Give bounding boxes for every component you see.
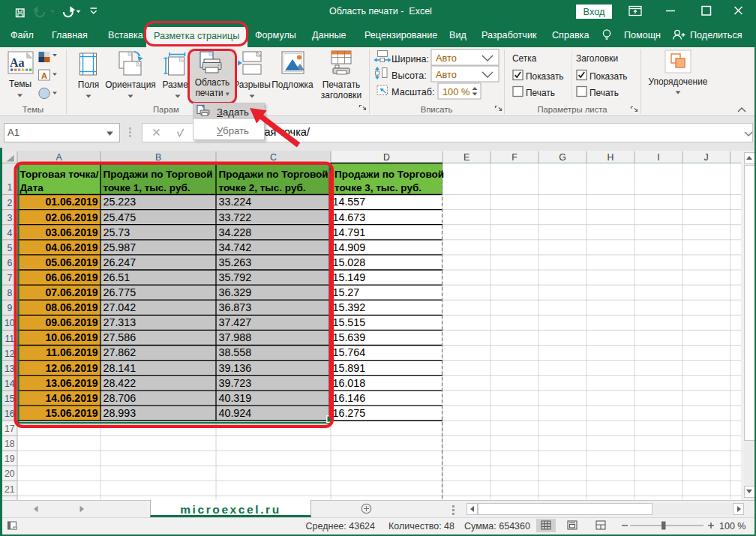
- svg-text:10: 10: [4, 318, 15, 328]
- svg-text:15: 15: [4, 394, 15, 404]
- svg-text:27.313: 27.313: [104, 316, 136, 328]
- svg-text:G: G: [559, 152, 566, 163]
- svg-text:E: E: [464, 152, 470, 163]
- svg-text:27.586: 27.586: [104, 331, 136, 343]
- svg-text:B: B: [155, 152, 161, 163]
- svg-text:J: J: [704, 152, 708, 163]
- svg-text:15.06.2019: 15.06.2019: [45, 407, 98, 419]
- svg-text:21: 21: [4, 484, 15, 495]
- svg-text:26.775: 26.775: [104, 286, 136, 298]
- svg-text:03.06.2019: 03.06.2019: [45, 226, 98, 238]
- svg-text:07.06.2019: 07.06.2019: [45, 286, 98, 298]
- svg-text:33.722: 33.722: [219, 211, 252, 223]
- svg-text:9: 9: [7, 303, 12, 313]
- svg-text:18: 18: [4, 439, 15, 449]
- svg-text:39.136: 39.136: [219, 362, 252, 374]
- svg-text:16: 16: [4, 409, 15, 419]
- svg-text:10.06.2019: 10.06.2019: [45, 331, 98, 343]
- svg-text:8: 8: [7, 288, 12, 298]
- svg-text:7: 7: [7, 273, 12, 283]
- svg-text:13.06.2019: 13.06.2019: [45, 377, 98, 389]
- svg-text:6: 6: [7, 258, 12, 268]
- svg-text:14: 14: [4, 379, 15, 389]
- svg-text:12.06.2019: 12.06.2019: [45, 362, 98, 374]
- svg-text:05.06.2019: 05.06.2019: [45, 256, 98, 268]
- svg-text:11: 11: [4, 334, 14, 344]
- svg-text:37.988: 37.988: [219, 331, 252, 343]
- svg-text:13: 13: [4, 364, 15, 374]
- svg-text:точке 3, тыс. руб.: точке 3, тыс. руб.: [334, 182, 422, 193]
- svg-text:25.223: 25.223: [104, 196, 136, 208]
- svg-text:27.862: 27.862: [104, 346, 136, 358]
- svg-text:06.06.2019: 06.06.2019: [45, 271, 98, 283]
- svg-text:28.706: 28.706: [104, 392, 136, 404]
- svg-text:08.06.2019: 08.06.2019: [45, 301, 98, 313]
- svg-text:14.06.2019: 14.06.2019: [45, 392, 98, 404]
- svg-text:17: 17: [4, 424, 15, 434]
- svg-text:F: F: [512, 152, 518, 163]
- svg-text:39.723: 39.723: [219, 377, 252, 389]
- svg-text:точке 2, тыс. руб.: точке 2, тыс. руб.: [219, 182, 306, 193]
- svg-text:12: 12: [4, 349, 15, 359]
- svg-text:16.018: 16.018: [333, 377, 366, 389]
- svg-text:04.06.2019: 04.06.2019: [45, 241, 98, 253]
- svg-text:A: A: [56, 152, 62, 163]
- svg-text:14.791: 14.791: [333, 226, 366, 238]
- svg-text:Дата: Дата: [20, 182, 44, 193]
- svg-text:25.475: 25.475: [104, 211, 136, 223]
- svg-text:15.149: 15.149: [333, 271, 366, 283]
- svg-text:Продажи по Торговой: Продажи по Торговой: [104, 169, 213, 180]
- svg-text:14.673: 14.673: [333, 211, 366, 223]
- svg-text:25.73: 25.73: [104, 226, 130, 238]
- svg-text:36.873: 36.873: [219, 301, 252, 313]
- svg-text:4: 4: [7, 228, 12, 238]
- svg-text:40.319: 40.319: [219, 392, 252, 404]
- svg-text:40.924: 40.924: [219, 407, 252, 419]
- svg-text:37.427: 37.427: [219, 316, 252, 328]
- svg-text:02.06.2019: 02.06.2019: [45, 211, 98, 223]
- svg-text:I: I: [657, 152, 659, 163]
- svg-text:36.329: 36.329: [219, 286, 252, 298]
- svg-text:19: 19: [4, 454, 15, 464]
- svg-text:15.392: 15.392: [333, 301, 366, 313]
- svg-text:3: 3: [7, 213, 12, 223]
- svg-text:Продажи по Торговой: Продажи по Торговой: [334, 169, 444, 180]
- svg-text:26.51: 26.51: [104, 271, 130, 283]
- svg-text:1: 1: [7, 182, 12, 193]
- svg-text:Торговая точка/: Торговая точка/: [20, 169, 99, 180]
- svg-text:точке 1, тыс. руб.: точке 1, тыс. руб.: [104, 182, 190, 193]
- svg-text:34.228: 34.228: [219, 226, 252, 238]
- svg-text:27.042: 27.042: [104, 301, 136, 313]
- svg-text:28.993: 28.993: [104, 407, 136, 419]
- svg-text:H: H: [608, 152, 614, 163]
- svg-text:2: 2: [7, 198, 12, 208]
- svg-text:14.557: 14.557: [333, 196, 366, 208]
- svg-text:15.891: 15.891: [333, 362, 366, 374]
- svg-text:01.06.2019: 01.06.2019: [45, 196, 98, 208]
- svg-text:28.141: 28.141: [104, 362, 136, 374]
- svg-text:35.792: 35.792: [219, 271, 252, 283]
- svg-text:35.263: 35.263: [219, 256, 252, 268]
- svg-text:16.275: 16.275: [333, 407, 366, 419]
- svg-text:5: 5: [7, 243, 12, 253]
- svg-text:20: 20: [4, 469, 15, 479]
- svg-text:15.028: 15.028: [333, 256, 366, 268]
- svg-text:33.224: 33.224: [219, 196, 252, 208]
- svg-text:Продажи по Торговой: Продажи по Торговой: [219, 169, 328, 180]
- svg-text:25.987: 25.987: [104, 241, 136, 253]
- svg-text:26.247: 26.247: [104, 256, 136, 268]
- svg-text:15.27: 15.27: [333, 286, 360, 298]
- svg-text:28.422: 28.422: [104, 377, 136, 389]
- svg-text:16.146: 16.146: [333, 392, 366, 404]
- svg-text:15.515: 15.515: [333, 316, 366, 328]
- svg-text:15.639: 15.639: [333, 331, 366, 343]
- svg-text:D: D: [383, 152, 390, 163]
- svg-text:11.06.2019: 11.06.2019: [46, 346, 98, 358]
- svg-text:15.764: 15.764: [333, 346, 366, 358]
- svg-text:38.558: 38.558: [219, 346, 252, 358]
- svg-text:14.909: 14.909: [333, 241, 366, 253]
- svg-text:09.06.2019: 09.06.2019: [45, 316, 98, 328]
- svg-text:34.742: 34.742: [219, 241, 252, 253]
